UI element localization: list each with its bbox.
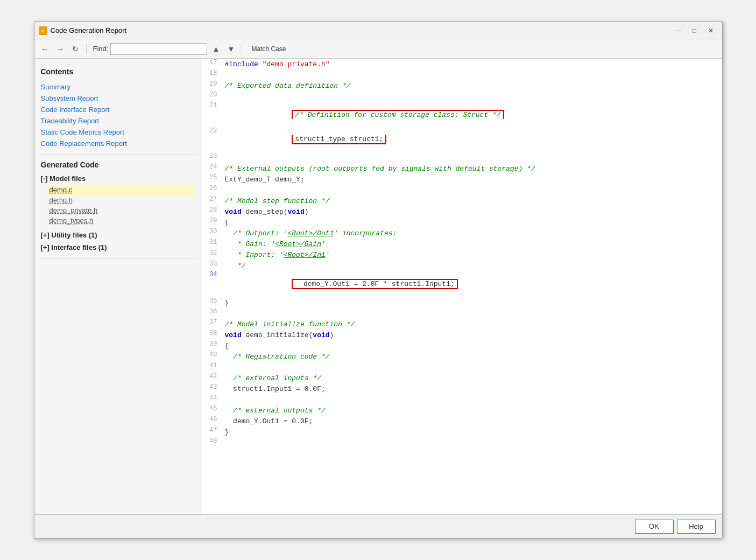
title-bar: C Code Generation Report ─ □ ✕: [34, 22, 722, 39]
find-up-button[interactable]: ▲: [209, 43, 222, 55]
bottom-bar: OK Help: [34, 514, 722, 538]
line-content: /* Model step function */: [223, 195, 722, 206]
maximize-button[interactable]: □: [688, 25, 702, 37]
toolbar-separator: [86, 44, 87, 54]
code-scroll[interactable]: 17 #include "demo_private.h" 18 19 /* Ex…: [201, 59, 722, 514]
refresh-button[interactable]: ↻: [69, 43, 82, 55]
table-row: 18: [201, 69, 722, 80]
table-row: 43 struct1.Input1 = 0.0F;: [201, 383, 722, 394]
app-icon: C: [39, 26, 47, 35]
toolbar: ← → ↻ Find: ▲ ▼ Match Case: [34, 39, 722, 59]
main-window: C Code Generation Report ─ □ ✕ ← → ↻ Fin…: [34, 22, 723, 538]
sidebar-link-code-replacements[interactable]: Code Replacements Report: [41, 138, 194, 149]
table-row: 20: [201, 91, 722, 102]
line-content: {: [223, 340, 722, 351]
file-demo-types-h[interactable]: demo_types.h: [50, 215, 194, 226]
table-row: 30 /* Outport: '<Root>/Out1' incorporate…: [201, 228, 722, 239]
table-row: 41: [201, 362, 722, 373]
table-row: 19 /* Exported data definition */: [201, 80, 722, 91]
line-content: [223, 362, 722, 373]
file-demo-private-h[interactable]: demo_private.h: [50, 205, 194, 215]
sidebar-link-subsystem-report[interactable]: Subsystem Report: [41, 93, 194, 104]
line-number: 45: [201, 405, 223, 416]
line-number: 21: [201, 102, 223, 127]
interface-files-header[interactable]: [+] Interface files (1): [41, 242, 194, 253]
file-demo-c[interactable]: demo.c: [47, 185, 194, 195]
sidebar-link-code-interface[interactable]: Code Interface Report: [41, 104, 194, 115]
table-row: 32 * Inport: '<Root>/In1': [201, 249, 722, 260]
forward-button[interactable]: →: [54, 43, 67, 55]
line-content: */: [223, 260, 722, 271]
table-row: 34 demo_Y.Out1 = 2.0F * struct1.Input1;: [201, 271, 722, 297]
line-content: /* Exported data definition */: [223, 80, 722, 91]
table-row: 33 */: [201, 260, 722, 271]
find-down-button[interactable]: ▼: [224, 43, 237, 55]
find-input[interactable]: [110, 43, 207, 55]
line-number: 43: [201, 383, 223, 394]
match-case-button[interactable]: Match Case: [246, 43, 291, 55]
model-files-header[interactable]: [-] Model files: [41, 173, 194, 184]
line-content: [223, 185, 722, 195]
line-number: 34: [201, 271, 223, 297]
sidebar-divider: [41, 155, 194, 155]
file-demo-h[interactable]: demo.h: [50, 195, 194, 205]
line-content: void demo_initialize(void): [223, 330, 722, 340]
ok-button[interactable]: OK: [635, 520, 674, 534]
sidebar-link-static-metrics[interactable]: Static Code Metrics Report: [41, 127, 194, 138]
line-number: 17: [201, 59, 223, 69]
sidebar-link-summary[interactable]: Summary: [41, 81, 194, 93]
table-row: 22 struct1_type struct1;: [201, 127, 722, 152]
table-row: 26: [201, 185, 722, 195]
line-number: 18: [201, 69, 223, 80]
help-button[interactable]: Help: [677, 520, 716, 534]
table-row: 38 void demo_initialize(void): [201, 330, 722, 340]
line-content: [223, 69, 722, 80]
toolbar-separator-2: [242, 44, 242, 54]
sidebar-link-traceability[interactable]: Traceability Report: [41, 115, 194, 127]
find-label: Find:: [93, 45, 109, 53]
table-row: 46 demo_Y.Out1 = 0.0F;: [201, 416, 722, 426]
line-content: void demo_step(void): [223, 206, 722, 217]
table-row: 23: [201, 152, 722, 163]
line-number: 23: [201, 152, 223, 163]
line-content: {: [223, 217, 722, 228]
utility-files-header[interactable]: [+] Utility files (1): [41, 230, 194, 240]
line-number: 40: [201, 351, 223, 362]
table-row: 40 /* Registration code */: [201, 351, 722, 362]
line-number: 25: [201, 174, 223, 185]
interface-files-section: [+] Interface files (1): [41, 242, 194, 253]
line-content: /* Outport: '<Root>/Out1' incorporates:: [223, 228, 722, 239]
table-row: 47 }: [201, 426, 722, 437]
table-row: 27 /* Model step function */: [201, 195, 722, 206]
line-number: 36: [201, 308, 223, 319]
line-content: demo_Y.Out1 = 2.0F * struct1.Input1;: [223, 271, 722, 297]
table-row: 36: [201, 308, 722, 319]
close-button[interactable]: ✕: [704, 25, 718, 37]
main-content: Contents Summary Subsystem Report Code I…: [34, 59, 722, 514]
table-row: 48: [201, 437, 722, 448]
line-number: 20: [201, 91, 223, 102]
table-row: 44: [201, 394, 722, 405]
minimize-button[interactable]: ─: [672, 25, 686, 37]
generated-code-title: Generated Code: [41, 160, 194, 169]
table-row: 42 /* external inputs */: [201, 373, 722, 383]
line-number: 47: [201, 426, 223, 437]
line-number: 27: [201, 195, 223, 206]
line-number: 33: [201, 260, 223, 271]
line-number: 38: [201, 330, 223, 340]
line-content: struct1.Input1 = 0.0F;: [223, 383, 722, 394]
line-number: 44: [201, 394, 223, 405]
table-row: 35 }: [201, 297, 722, 308]
line-content: }: [223, 426, 722, 437]
line-number: 46: [201, 416, 223, 426]
code-area: 17 #include "demo_private.h" 18 19 /* Ex…: [201, 59, 722, 514]
table-row: 24 /* External outputs (root outports fe…: [201, 163, 722, 174]
table-row: 45 /* external outputs */: [201, 405, 722, 416]
line-number: 19: [201, 80, 223, 91]
line-number: 41: [201, 362, 223, 373]
line-content: struct1_type struct1;: [223, 127, 722, 152]
line-number: 37: [201, 319, 223, 330]
back-button[interactable]: ←: [39, 43, 52, 55]
line-content: /* Model initialize function */: [223, 319, 722, 330]
table-row: 31 * Gain: '<Root>/Gain': [201, 239, 722, 249]
